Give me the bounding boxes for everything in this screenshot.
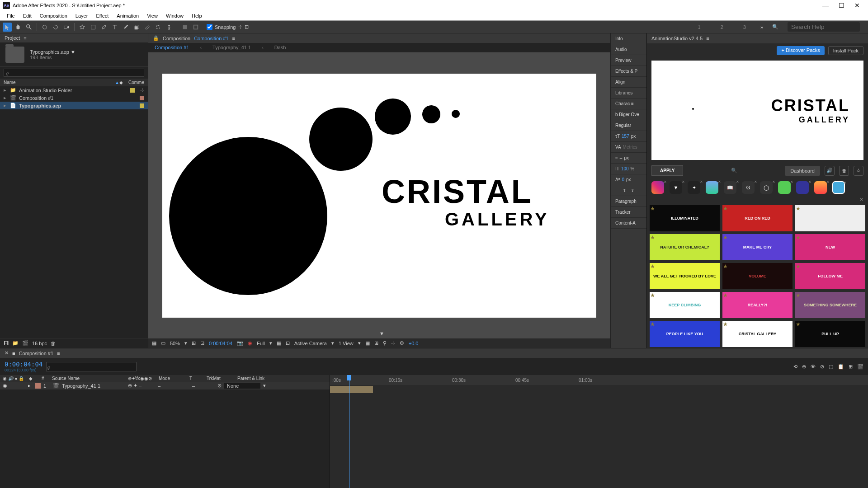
composition-viewer[interactable]: CRISTAL GALLERY ▼ [148, 52, 610, 338]
panel-menu-icon[interactable]: ≡ [706, 36, 709, 41]
rotate-tool[interactable] [51, 23, 60, 32]
pack-icon[interactable]: ▼✕ [670, 181, 682, 194]
tab-info[interactable]: Info [611, 33, 646, 44]
pack-icon[interactable]: ◯✕ [760, 181, 773, 194]
search-help-input[interactable] [788, 22, 860, 32]
fill-swatch[interactable] [180, 23, 189, 32]
project-item[interactable]: ▸📁 Animation Studio Folder ⊹ [0, 86, 148, 94]
flow-tab[interactable]: Typography_41 1 [212, 45, 251, 50]
project-item[interactable]: ▸🎬 Composition #1 [0, 94, 148, 102]
dashboard-button[interactable]: Dashboard [785, 166, 820, 176]
discover-packs-button[interactable]: + Discover Packs [777, 46, 824, 55]
vf-icon[interactable]: ▦ [152, 340, 156, 346]
char-style[interactable]: Regular [611, 120, 646, 131]
snap-icon[interactable]: ⊹ [238, 24, 242, 30]
close-button[interactable]: ✕ [854, 2, 860, 9]
vf-icon[interactable]: ⊹ [391, 340, 395, 346]
tl-icon[interactable]: 🎬 [857, 364, 863, 370]
tab-preview[interactable]: Preview [611, 55, 646, 66]
template-item[interactable]: ★FOLLOW ME [795, 263, 865, 289]
tab-align[interactable]: Align [611, 77, 646, 88]
channel-icon[interactable]: ◉ [248, 340, 252, 346]
tl-icon[interactable]: ⊞ [849, 364, 853, 370]
tl-icon[interactable]: 📋 [838, 364, 844, 370]
tab-effects[interactable]: Effects & P [611, 66, 646, 77]
char-kerning[interactable]: Metrics [623, 145, 637, 150]
pack-icon[interactable]: ✕ [832, 181, 845, 194]
view-dropdown[interactable]: 1 View [339, 341, 354, 346]
char-size[interactable]: 157 [622, 134, 629, 139]
panel-menu-icon[interactable]: ≡ [232, 36, 235, 41]
tl-icon[interactable]: ⬚ [829, 364, 833, 370]
eraser-tool[interactable] [143, 23, 152, 32]
pack-icon[interactable]: G✕ [742, 181, 755, 194]
snapshot-icon[interactable]: 📷 [237, 340, 243, 346]
stroke-swatch[interactable] [191, 23, 200, 32]
template-item[interactable]: ★WE ALL GET HOOKED BY LOVE [650, 263, 720, 289]
template-item[interactable]: ★VOLUME [722, 263, 793, 289]
snap-icon-2[interactable]: ⊡ [245, 24, 249, 30]
delete-button[interactable]: 🗑 [839, 166, 849, 176]
delete-icon[interactable]: 🗑 [51, 341, 56, 346]
tab-audio[interactable]: Audio [611, 44, 646, 55]
char-font[interactable]: b Biger Ove [611, 109, 646, 120]
pen-tool[interactable] [99, 23, 108, 32]
template-item[interactable]: ★MAKE ME CRY [722, 234, 793, 260]
zoom-dropdown[interactable]: 50% [170, 341, 180, 346]
col-comment[interactable]: Comme [128, 80, 144, 85]
minimize-button[interactable]: — [822, 2, 829, 9]
vf-icon[interactable]: ▭ [161, 340, 165, 346]
new-folder-icon[interactable]: 📁 [12, 340, 19, 346]
template-item[interactable]: ★PULL UP [795, 321, 865, 347]
close-icon[interactable]: ✕ [859, 197, 863, 202]
new-comp-icon[interactable]: 🎬 [22, 340, 28, 346]
char-scale[interactable]: 100 [621, 166, 629, 171]
vf-icon[interactable]: ▦ [365, 340, 370, 346]
vf-icon[interactable]: ⊡ [286, 340, 290, 346]
template-item[interactable]: ★SOMETHING SOMEWHERE [795, 292, 865, 318]
tab-tracker[interactable]: Tracker [611, 207, 646, 218]
vf-icon[interactable]: ▦ [277, 340, 281, 346]
tl-icon[interactable]: ⟲ [793, 364, 797, 370]
menu-view[interactable]: View [143, 13, 162, 19]
char-leading[interactable]: – [620, 155, 623, 160]
menu-file[interactable]: File [3, 13, 19, 19]
flow-tab[interactable]: Composition #1 [155, 45, 189, 50]
panel-menu-icon[interactable]: ≡ [24, 35, 26, 41]
playhead[interactable] [349, 375, 349, 488]
apply-button[interactable]: APPLY [651, 165, 683, 176]
exposure[interactable]: +0.0 [409, 341, 419, 346]
menu-composition[interactable]: Composition [36, 13, 71, 19]
timeline-search[interactable] [46, 362, 137, 371]
vf-icon[interactable]: ⊞ [374, 340, 378, 346]
timeline-track-area[interactable]: :00s 00:15s 00:30s 00:45s 01:00s [330, 375, 868, 488]
text-tool[interactable] [110, 23, 119, 32]
favorite-button[interactable]: ☆ [854, 166, 863, 176]
maximize-button[interactable]: ☐ [839, 2, 844, 9]
workspace-2[interactable]: 2 [715, 24, 729, 30]
panel-menu-icon[interactable]: ≡ [57, 351, 60, 356]
roto-tool[interactable] [154, 23, 163, 32]
workspace-1[interactable]: 1 [693, 24, 706, 30]
hand-tool[interactable] [14, 23, 23, 32]
project-search[interactable] [4, 69, 144, 77]
current-time[interactable]: 0:00:04:04 [5, 361, 42, 368]
tab-paragraph[interactable]: Paragraph [611, 196, 646, 207]
template-item[interactable]: ★NATURE OR CHEMICAL? [650, 234, 720, 260]
parent-dropdown[interactable]: None [224, 383, 260, 389]
template-item[interactable]: ★ILLUMINATED [650, 205, 720, 231]
workspace-3[interactable]: 3 [738, 24, 751, 30]
vf-icon[interactable]: ⊞ [192, 340, 196, 346]
audio-toggle[interactable]: 🔊 [825, 166, 835, 176]
pack-icon[interactable]: ✕ [706, 181, 718, 194]
tl-icon[interactable]: ⊘ [820, 364, 824, 370]
vf-icon[interactable]: ⚙ [400, 340, 404, 346]
selection-tool[interactable] [3, 23, 12, 32]
search-icon[interactable]: 🔍 [731, 168, 737, 174]
workspace-more[interactable]: » [760, 24, 763, 30]
template-item[interactable]: ★REALLY?! [722, 292, 793, 318]
pack-icon[interactable]: 📖✕ [724, 181, 736, 194]
camera-dropdown[interactable]: Active Camera [294, 341, 327, 346]
interpret-icon[interactable]: 🎞 [4, 341, 9, 346]
pack-icon[interactable]: ✕ [778, 181, 791, 194]
